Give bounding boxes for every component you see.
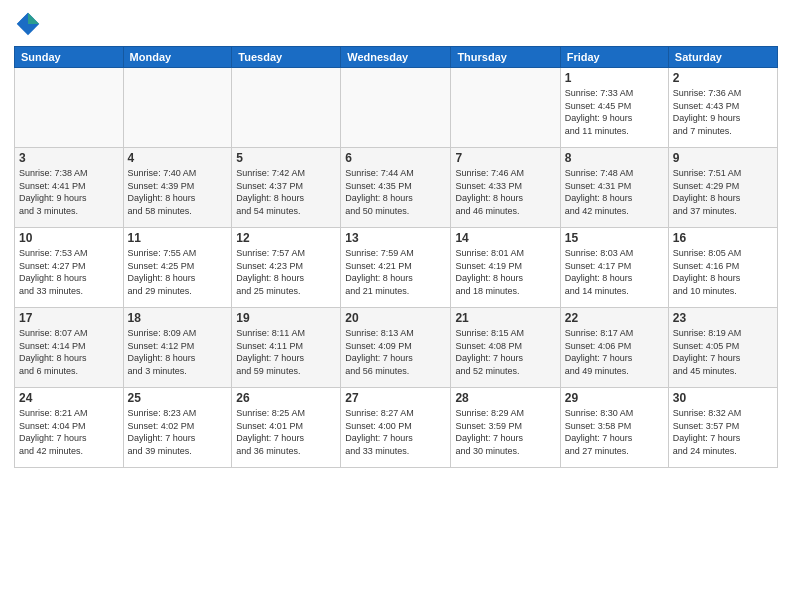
day-info: Sunrise: 8:17 AM Sunset: 4:06 PM Dayligh… <box>565 327 664 377</box>
day-number: 29 <box>565 391 664 405</box>
calendar-cell: 5Sunrise: 7:42 AM Sunset: 4:37 PM Daylig… <box>232 148 341 228</box>
day-info: Sunrise: 8:25 AM Sunset: 4:01 PM Dayligh… <box>236 407 336 457</box>
day-info: Sunrise: 8:15 AM Sunset: 4:08 PM Dayligh… <box>455 327 555 377</box>
calendar: SundayMondayTuesdayWednesdayThursdayFrid… <box>14 46 778 468</box>
day-info: Sunrise: 8:09 AM Sunset: 4:12 PM Dayligh… <box>128 327 228 377</box>
calendar-cell: 27Sunrise: 8:27 AM Sunset: 4:00 PM Dayli… <box>341 388 451 468</box>
day-number: 3 <box>19 151 119 165</box>
day-info: Sunrise: 7:40 AM Sunset: 4:39 PM Dayligh… <box>128 167 228 217</box>
svg-marker-2 <box>17 13 28 24</box>
day-info: Sunrise: 8:03 AM Sunset: 4:17 PM Dayligh… <box>565 247 664 297</box>
calendar-cell: 3Sunrise: 7:38 AM Sunset: 4:41 PM Daylig… <box>15 148 124 228</box>
day-number: 11 <box>128 231 228 245</box>
day-number: 18 <box>128 311 228 325</box>
day-number: 14 <box>455 231 555 245</box>
day-number: 6 <box>345 151 446 165</box>
day-number: 22 <box>565 311 664 325</box>
calendar-cell: 13Sunrise: 7:59 AM Sunset: 4:21 PM Dayli… <box>341 228 451 308</box>
calendar-cell: 16Sunrise: 8:05 AM Sunset: 4:16 PM Dayli… <box>668 228 777 308</box>
day-number: 16 <box>673 231 773 245</box>
calendar-cell: 12Sunrise: 7:57 AM Sunset: 4:23 PM Dayli… <box>232 228 341 308</box>
week-row-2: 10Sunrise: 7:53 AM Sunset: 4:27 PM Dayli… <box>15 228 778 308</box>
day-info: Sunrise: 7:38 AM Sunset: 4:41 PM Dayligh… <box>19 167 119 217</box>
calendar-cell: 19Sunrise: 8:11 AM Sunset: 4:11 PM Dayli… <box>232 308 341 388</box>
calendar-cell <box>341 68 451 148</box>
calendar-cell <box>15 68 124 148</box>
day-number: 24 <box>19 391 119 405</box>
day-info: Sunrise: 7:48 AM Sunset: 4:31 PM Dayligh… <box>565 167 664 217</box>
weekday-row: SundayMondayTuesdayWednesdayThursdayFrid… <box>15 47 778 68</box>
calendar-cell: 20Sunrise: 8:13 AM Sunset: 4:09 PM Dayli… <box>341 308 451 388</box>
calendar-cell: 18Sunrise: 8:09 AM Sunset: 4:12 PM Dayli… <box>123 308 232 388</box>
day-info: Sunrise: 8:05 AM Sunset: 4:16 PM Dayligh… <box>673 247 773 297</box>
calendar-cell: 11Sunrise: 7:55 AM Sunset: 4:25 PM Dayli… <box>123 228 232 308</box>
day-info: Sunrise: 7:44 AM Sunset: 4:35 PM Dayligh… <box>345 167 446 217</box>
day-info: Sunrise: 7:53 AM Sunset: 4:27 PM Dayligh… <box>19 247 119 297</box>
week-row-1: 3Sunrise: 7:38 AM Sunset: 4:41 PM Daylig… <box>15 148 778 228</box>
day-number: 12 <box>236 231 336 245</box>
calendar-cell: 2Sunrise: 7:36 AM Sunset: 4:43 PM Daylig… <box>668 68 777 148</box>
calendar-cell: 30Sunrise: 8:32 AM Sunset: 3:57 PM Dayli… <box>668 388 777 468</box>
weekday-header-friday: Friday <box>560 47 668 68</box>
calendar-cell: 26Sunrise: 8:25 AM Sunset: 4:01 PM Dayli… <box>232 388 341 468</box>
day-info: Sunrise: 8:01 AM Sunset: 4:19 PM Dayligh… <box>455 247 555 297</box>
calendar-body: 1Sunrise: 7:33 AM Sunset: 4:45 PM Daylig… <box>15 68 778 468</box>
day-info: Sunrise: 7:57 AM Sunset: 4:23 PM Dayligh… <box>236 247 336 297</box>
day-info: Sunrise: 7:51 AM Sunset: 4:29 PM Dayligh… <box>673 167 773 217</box>
calendar-cell: 25Sunrise: 8:23 AM Sunset: 4:02 PM Dayli… <box>123 388 232 468</box>
day-number: 21 <box>455 311 555 325</box>
day-info: Sunrise: 8:29 AM Sunset: 3:59 PM Dayligh… <box>455 407 555 457</box>
svg-marker-1 <box>28 13 39 24</box>
calendar-cell: 10Sunrise: 7:53 AM Sunset: 4:27 PM Dayli… <box>15 228 124 308</box>
weekday-header-thursday: Thursday <box>451 47 560 68</box>
day-number: 10 <box>19 231 119 245</box>
calendar-cell: 8Sunrise: 7:48 AM Sunset: 4:31 PM Daylig… <box>560 148 668 228</box>
weekday-header-monday: Monday <box>123 47 232 68</box>
day-number: 13 <box>345 231 446 245</box>
day-info: Sunrise: 8:11 AM Sunset: 4:11 PM Dayligh… <box>236 327 336 377</box>
calendar-cell: 24Sunrise: 8:21 AM Sunset: 4:04 PM Dayli… <box>15 388 124 468</box>
day-number: 5 <box>236 151 336 165</box>
day-number: 2 <box>673 71 773 85</box>
calendar-cell: 21Sunrise: 8:15 AM Sunset: 4:08 PM Dayli… <box>451 308 560 388</box>
calendar-cell: 23Sunrise: 8:19 AM Sunset: 4:05 PM Dayli… <box>668 308 777 388</box>
day-info: Sunrise: 8:19 AM Sunset: 4:05 PM Dayligh… <box>673 327 773 377</box>
calendar-cell <box>123 68 232 148</box>
calendar-cell: 22Sunrise: 8:17 AM Sunset: 4:06 PM Dayli… <box>560 308 668 388</box>
calendar-cell: 17Sunrise: 8:07 AM Sunset: 4:14 PM Dayli… <box>15 308 124 388</box>
calendar-header: SundayMondayTuesdayWednesdayThursdayFrid… <box>15 47 778 68</box>
day-number: 23 <box>673 311 773 325</box>
day-number: 1 <box>565 71 664 85</box>
day-info: Sunrise: 7:42 AM Sunset: 4:37 PM Dayligh… <box>236 167 336 217</box>
page: SundayMondayTuesdayWednesdayThursdayFrid… <box>0 0 792 612</box>
calendar-cell: 15Sunrise: 8:03 AM Sunset: 4:17 PM Dayli… <box>560 228 668 308</box>
day-number: 4 <box>128 151 228 165</box>
day-info: Sunrise: 7:55 AM Sunset: 4:25 PM Dayligh… <box>128 247 228 297</box>
day-number: 28 <box>455 391 555 405</box>
day-info: Sunrise: 7:36 AM Sunset: 4:43 PM Dayligh… <box>673 87 773 137</box>
weekday-header-wednesday: Wednesday <box>341 47 451 68</box>
day-info: Sunrise: 7:46 AM Sunset: 4:33 PM Dayligh… <box>455 167 555 217</box>
calendar-cell: 28Sunrise: 8:29 AM Sunset: 3:59 PM Dayli… <box>451 388 560 468</box>
day-info: Sunrise: 8:13 AM Sunset: 4:09 PM Dayligh… <box>345 327 446 377</box>
week-row-3: 17Sunrise: 8:07 AM Sunset: 4:14 PM Dayli… <box>15 308 778 388</box>
logo-icon <box>14 10 42 38</box>
calendar-cell <box>451 68 560 148</box>
calendar-cell: 9Sunrise: 7:51 AM Sunset: 4:29 PM Daylig… <box>668 148 777 228</box>
day-info: Sunrise: 8:30 AM Sunset: 3:58 PM Dayligh… <box>565 407 664 457</box>
calendar-cell: 29Sunrise: 8:30 AM Sunset: 3:58 PM Dayli… <box>560 388 668 468</box>
day-number: 26 <box>236 391 336 405</box>
day-number: 8 <box>565 151 664 165</box>
day-info: Sunrise: 8:07 AM Sunset: 4:14 PM Dayligh… <box>19 327 119 377</box>
calendar-cell: 14Sunrise: 8:01 AM Sunset: 4:19 PM Dayli… <box>451 228 560 308</box>
calendar-cell: 6Sunrise: 7:44 AM Sunset: 4:35 PM Daylig… <box>341 148 451 228</box>
day-number: 17 <box>19 311 119 325</box>
day-info: Sunrise: 8:32 AM Sunset: 3:57 PM Dayligh… <box>673 407 773 457</box>
weekday-header-saturday: Saturday <box>668 47 777 68</box>
day-info: Sunrise: 8:23 AM Sunset: 4:02 PM Dayligh… <box>128 407 228 457</box>
day-number: 7 <box>455 151 555 165</box>
weekday-header-sunday: Sunday <box>15 47 124 68</box>
day-number: 27 <box>345 391 446 405</box>
week-row-0: 1Sunrise: 7:33 AM Sunset: 4:45 PM Daylig… <box>15 68 778 148</box>
logo <box>14 10 46 38</box>
